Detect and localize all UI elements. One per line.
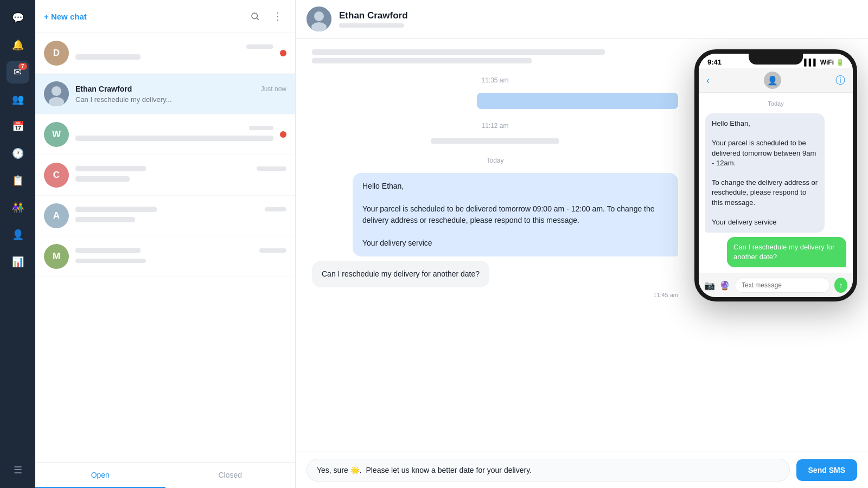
conv-info-ethan: Ethan Crawford Just now Can I reschedule… xyxy=(75,85,286,104)
conversations-header: + New chat ⋮ xyxy=(35,0,295,33)
sidebar-item-history[interactable]: 🕐 xyxy=(7,142,29,165)
avatar: C xyxy=(44,163,69,188)
sidebar-item-analytics[interactable]: 📊 xyxy=(7,251,29,273)
phone-today-label: Today xyxy=(705,100,846,107)
time-placeholder xyxy=(257,166,286,171)
time-placeholder xyxy=(249,126,273,130)
time-label-today: Today xyxy=(312,157,678,164)
sidebar-menu-icon[interactable]: ☰ xyxy=(7,459,29,481)
avatar-ethan xyxy=(44,81,69,106)
svg-line-1 xyxy=(257,18,258,20)
list-item[interactable]: W xyxy=(35,114,295,155)
sidebar-item-contacts[interactable]: 👥 xyxy=(7,88,29,111)
placeholder-line xyxy=(312,49,605,55)
avatar: D xyxy=(44,41,69,66)
conversations-panel: + New chat ⋮ D xyxy=(35,0,296,488)
tab-closed[interactable]: Closed xyxy=(165,463,296,488)
name-placeholder xyxy=(75,207,157,212)
conversation-tabs: Open Closed xyxy=(35,463,295,488)
phone-messages: Today Hello Ethan, Your parcel is schedu… xyxy=(699,93,853,273)
phone-notch xyxy=(749,54,803,65)
more-options-button[interactable]: ⋮ xyxy=(269,8,286,25)
placeholder-line xyxy=(312,58,532,63)
phone-system-message: Hello Ethan, Your parcel is scheduled to… xyxy=(705,113,825,233)
conv-time-ethan: Just now xyxy=(261,85,286,93)
sidebar-item-chat[interactable]: 💬 xyxy=(7,7,29,29)
placeholder-line xyxy=(431,138,559,144)
list-item[interactable]: A xyxy=(35,196,295,236)
outgoing-placeholder-row xyxy=(312,93,678,109)
svg-point-6 xyxy=(314,11,324,21)
list-item[interactable]: M xyxy=(35,236,295,277)
wifi-icon: WiFi xyxy=(820,59,834,66)
conversation-list: D Ethan Crawford Just now Can xyxy=(35,33,295,463)
phone-mockup: 9:41 ▌▌▌ WiFi 🔋 ‹ 👤 ⓘ Today Hello Ethan, xyxy=(694,49,857,301)
chat-contact-info: Ethan Crawford xyxy=(339,10,408,28)
svg-point-3 xyxy=(52,86,61,96)
search-icon-button[interactable] xyxy=(246,8,264,25)
new-chat-button[interactable]: + New chat xyxy=(44,12,246,21)
sidebar-item-messages[interactable]: ✉ 7 xyxy=(7,61,29,84)
name-placeholder xyxy=(75,248,141,253)
avatar: W xyxy=(44,122,69,147)
preview-placeholder xyxy=(75,217,135,222)
preview-placeholder xyxy=(75,176,130,182)
phone-input-bar: 📷 🔮 ↑ xyxy=(699,273,853,297)
conv-top-ethan: Ethan Crawford Just now xyxy=(75,85,286,93)
preview-placeholder xyxy=(75,259,146,263)
chat-contact-status xyxy=(339,23,404,28)
placeholder-messages-top xyxy=(312,49,678,63)
chat-header: Ethan Crawford xyxy=(296,0,868,38)
phone-nav: ‹ 👤 ⓘ xyxy=(699,68,853,93)
back-button[interactable]: ‹ xyxy=(706,75,710,86)
tab-open[interactable]: Open xyxy=(35,463,165,488)
unread-indicator xyxy=(280,131,286,138)
time-placeholder xyxy=(259,248,286,253)
delivery-message-bubble: Hello Ethan, Your parcel is scheduled to… xyxy=(353,173,678,256)
phone-send-button[interactable]: ↑ xyxy=(834,278,847,293)
send-sms-button[interactable]: Send SMS xyxy=(796,459,857,481)
time-placeholder xyxy=(265,207,286,211)
sidebar-item-user[interactable]: 👤 xyxy=(7,223,29,246)
phone-text-input[interactable] xyxy=(735,278,830,293)
phone-user-message: Can I reschedule my delivery for another… xyxy=(727,237,846,267)
conv-info xyxy=(75,44,273,62)
conv-info xyxy=(75,207,286,225)
phone-camera-icon[interactable]: 📷 xyxy=(704,280,715,291)
info-button[interactable]: ⓘ xyxy=(835,74,845,87)
conv-info xyxy=(75,125,273,144)
phone-contact-avatar: 👤 xyxy=(764,72,781,89)
phone-contact: 👤 xyxy=(764,72,781,89)
unread-indicator xyxy=(280,50,286,56)
battery-icon: 🔋 xyxy=(836,59,844,66)
sidebar-item-team[interactable]: 👫 xyxy=(7,196,29,219)
header-actions: ⋮ xyxy=(246,8,286,25)
outgoing-delivery-msg: Hello Ethan, Your parcel is scheduled to… xyxy=(312,173,678,256)
placeholder-messages-mid xyxy=(312,138,678,144)
conv-info xyxy=(75,248,286,266)
preview-placeholder xyxy=(75,136,273,141)
phone-time: 9:41 xyxy=(707,58,722,66)
list-item-ethan[interactable]: Ethan Crawford Just now Can I reschedule… xyxy=(35,74,295,114)
reply-bar: Send SMS xyxy=(296,452,868,488)
incoming-reschedule-row: Can I reschedule my delivery for another… xyxy=(312,261,678,298)
chat-contact-avatar xyxy=(307,7,331,31)
conv-name-ethan: Ethan Crawford xyxy=(75,85,132,93)
messages-badge: 7 xyxy=(18,63,27,70)
messages-area: 11:35 am 11:12 am Today Hello Ethan, You… xyxy=(296,38,694,452)
time-label-1135: 11:35 am xyxy=(312,76,678,84)
chat-contact-name: Ethan Crawford xyxy=(339,10,408,21)
phone-sticker-icon[interactable]: 🔮 xyxy=(719,280,730,291)
avatar: M xyxy=(44,244,69,269)
sidebar-item-reports[interactable]: 📋 xyxy=(7,169,29,192)
chat-main-content: 11:35 am 11:12 am Today Hello Ethan, You… xyxy=(296,38,868,452)
chat-area: Ethan Crawford 11:35 am 11:12 am Today xyxy=(296,0,868,488)
list-item[interactable]: D xyxy=(35,33,295,74)
list-item[interactable]: C xyxy=(35,155,295,196)
sidebar-item-calendar[interactable]: 📅 xyxy=(7,115,29,138)
conv-info xyxy=(75,166,286,184)
reply-input[interactable] xyxy=(307,459,790,481)
time-label-1112: 11:12 am xyxy=(312,122,678,130)
outgoing-placeholder xyxy=(477,93,678,109)
sidebar-item-notifications[interactable]: 🔔 xyxy=(7,34,29,56)
